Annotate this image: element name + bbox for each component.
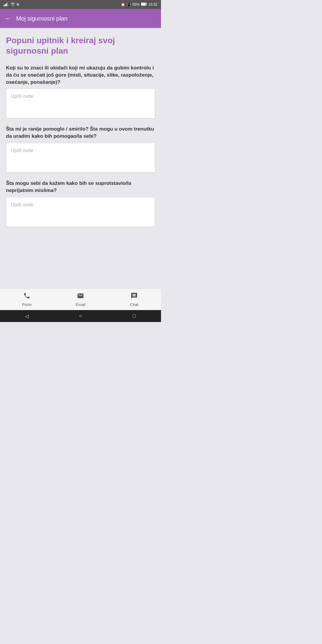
chat-icon xyxy=(131,292,138,301)
nfc-icon: N xyxy=(17,3,19,6)
wifi-icon xyxy=(10,2,15,7)
back-button[interactable]: ← xyxy=(5,15,11,22)
time-display: 15:52 xyxy=(148,2,157,7)
system-nav-bar: ◁ ○ □ xyxy=(0,310,161,322)
status-bar: N ⏰ 📳 85% 15:52 xyxy=(0,0,161,9)
svg-rect-1 xyxy=(5,4,6,6)
vibrate-icon: 📳 xyxy=(127,3,131,7)
svg-rect-2 xyxy=(6,3,7,6)
signal-icon xyxy=(4,2,9,7)
answer-input-3[interactable] xyxy=(6,197,155,227)
alarm-icon: ⏰ xyxy=(121,2,125,7)
call-icon xyxy=(23,292,30,301)
answer-input-1[interactable] xyxy=(6,89,155,118)
bottom-nav: Poziv Email Chat xyxy=(0,289,161,310)
nav-item-call[interactable]: Poziv xyxy=(0,290,54,309)
question-text-2: Šta mi je ranije pomoglo / smirilo? Šta … xyxy=(6,126,155,140)
question-block-3: Šta mogu sebi da kažem kako bih se supro… xyxy=(6,180,155,228)
email-label: Email xyxy=(76,302,86,307)
email-icon xyxy=(77,292,84,301)
battery-icon xyxy=(141,2,147,7)
svg-rect-0 xyxy=(4,5,4,6)
sys-home-button[interactable]: ○ xyxy=(75,313,86,319)
main-content: Popuni upitnik i kreiraj svoj sigurnosni… xyxy=(0,28,161,289)
svg-rect-5 xyxy=(146,3,147,5)
app-bar-title: Moj sigurnosni plan xyxy=(16,15,67,22)
question-text-3: Šta mogu sebi da kažem kako bih se supro… xyxy=(6,180,155,194)
app-bar: ← Moj sigurnosni plan xyxy=(0,9,161,28)
svg-rect-6 xyxy=(141,3,145,5)
page-title: Popuni upitnik i kreiraj svoj sigurnosni… xyxy=(6,35,155,56)
status-right: ⏰ 📳 85% 15:52 xyxy=(121,2,157,7)
chat-label: Chat xyxy=(130,302,138,307)
nav-item-email[interactable]: Email xyxy=(54,290,107,309)
question-block-1: Koji su to znaci ili okidači koji mi uka… xyxy=(6,64,155,120)
call-label: Poziv xyxy=(22,302,32,307)
sys-back-button[interactable]: ◁ xyxy=(21,313,33,319)
svg-rect-3 xyxy=(7,2,8,6)
nav-item-chat[interactable]: Chat xyxy=(107,290,161,309)
status-left: N xyxy=(4,2,19,7)
battery-percent: 85% xyxy=(132,2,140,7)
answer-input-2[interactable] xyxy=(6,143,155,173)
sys-recent-button[interactable]: □ xyxy=(128,313,140,319)
question-block-2: Šta mi je ranije pomoglo / smirilo? Šta … xyxy=(6,126,155,174)
question-text-1: Koji su to znaci ili okidači koji mi uka… xyxy=(6,64,155,86)
